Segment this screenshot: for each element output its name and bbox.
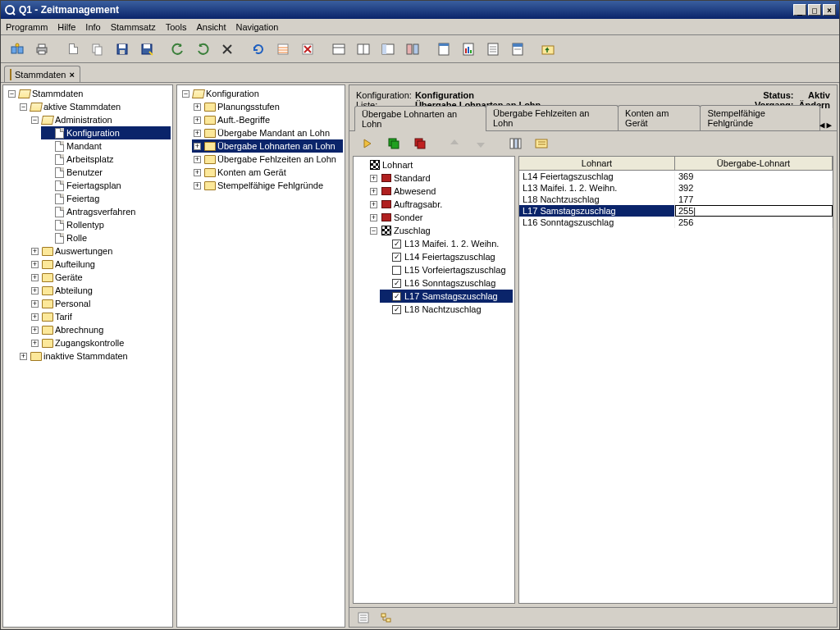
zuschlag-item[interactable]: L13 Maifei. 1. 2. Weihn. [404, 237, 499, 250]
zuschlag-item[interactable]: L17 Samstagszuschlag [404, 290, 498, 303]
tab-konten[interactable]: Konten am Gerät [618, 105, 701, 130]
admin-item[interactable]: Arbeitsplatz [66, 153, 113, 166]
lohnart-tree[interactable]: .Lohnart +Standard+Abwesend+Auftragsabr.… [354, 157, 514, 603]
tab-scroll-left-icon[interactable]: ◀ [819, 120, 825, 130]
tree-folder[interactable]: Zugangskontrolle [55, 336, 124, 349]
toolbar-report2-icon[interactable] [457, 38, 480, 61]
tree-admin[interactable]: Administration [55, 113, 112, 126]
tree-folder[interactable]: Geräte [55, 271, 83, 284]
zuschlag-item[interactable]: L18 Nachtzuschlag [404, 303, 482, 316]
lohn-group[interactable]: Abwesend [394, 185, 436, 198]
admin-item[interactable]: Mandant [66, 139, 102, 153]
toolbar-list-icon[interactable] [272, 38, 294, 61]
config-tree[interactable]: −Konfiguration +Planungsstufen+Auft.-Beg… [177, 85, 345, 627]
lohn-group[interactable]: Sonder [394, 211, 422, 224]
grid-cell-uebergabe[interactable]: 392 [675, 182, 833, 194]
footer-tab-list-icon[interactable] [354, 609, 372, 626]
toolbar-refresh-icon[interactable] [247, 38, 270, 61]
menu-stammsatz[interactable]: Stammsatz [111, 22, 156, 32]
config-item[interactable]: Planungsstufen [217, 100, 280, 113]
zuschlag-item[interactable]: L16 Sonntagszuschlag [404, 276, 495, 290]
toolbar-copy-icon[interactable] [86, 38, 109, 61]
admin-item[interactable]: Rolle [66, 231, 87, 244]
toolbar-view2-icon[interactable] [352, 38, 375, 61]
toolbar-redo-icon[interactable] [191, 38, 214, 61]
grid-col-lohnart[interactable]: Lohnart [519, 157, 675, 170]
document-tab-stammdaten[interactable]: Stammdaten × [4, 66, 80, 82]
grid-col-uebergabe[interactable]: Übergabe-Lohnart [675, 157, 833, 170]
cfg-columns-icon[interactable] [504, 132, 527, 155]
config-item[interactable]: Übergabe Lohnarten an Lohn [217, 139, 336, 153]
grid-cell-lohnart[interactable]: L18 Nachtzuschlag [519, 194, 675, 205]
grid-cell-lohnart[interactable]: L13 Maifei. 1. 2. Weihn. [519, 182, 675, 194]
menu-info[interactable]: Info [85, 22, 100, 32]
admin-item[interactable]: Rollentyp [66, 218, 104, 231]
grid-cell-lohnart[interactable]: L14 Feiertagszuschlag [519, 171, 675, 182]
tree-folder[interactable]: Abrechnung [55, 323, 103, 336]
checkbox-icon[interactable] [392, 266, 401, 275]
cfg-up-icon[interactable] [443, 132, 466, 155]
menu-navigation[interactable]: Navigation [236, 22, 279, 32]
close-button[interactable]: × [823, 4, 836, 16]
menu-hilfe[interactable]: Hilfe [57, 22, 75, 32]
tree-aktive[interactable]: aktive Stammdaten [43, 100, 121, 113]
config-item[interactable]: Übergabe Mandant an Lohn [217, 126, 330, 139]
cfg-stack-red-icon[interactable] [409, 132, 431, 155]
toolbar-view4-icon[interactable] [401, 38, 424, 61]
grid-body[interactable]: L14 Feiertagszuschlag369L13 Maifei. 1. 2… [519, 171, 833, 228]
checkbox-icon[interactable]: ✓ [392, 253, 401, 262]
admin-item[interactable]: Konfiguration [66, 126, 120, 139]
toolbar-saveas-icon[interactable] [135, 38, 158, 61]
grid-cell-uebergabe[interactable]: 369 [675, 171, 833, 182]
tree-folder[interactable]: Auswertungen [55, 244, 112, 258]
nav-tree[interactable]: −Stammdaten −aktive Stammdaten −Administ… [3, 85, 172, 627]
document-tab-close-icon[interactable]: × [69, 70, 74, 80]
cfg-arrow-right-icon[interactable] [356, 132, 379, 155]
grid-cell-lohnart[interactable]: L17 Samstagszuschlag [519, 205, 675, 217]
toolbar-report3-icon[interactable] [482, 38, 504, 61]
lohn-group[interactable]: Standard [394, 171, 431, 185]
config-item[interactable]: Konten am Gerät [217, 166, 286, 179]
tree-folder[interactable]: Aufteilung [55, 258, 95, 271]
tree-root[interactable]: Stammdaten [32, 87, 83, 100]
lohn-group[interactable]: Auftragsabr. [394, 198, 442, 211]
grid-cell-uebergabe[interactable]: 255| [675, 205, 833, 217]
cfg-tree-icon[interactable] [530, 132, 553, 155]
tree-folder[interactable]: Personal [55, 297, 90, 310]
tab-fehlgruende[interactable]: Stempelfähige Fehlgründe [700, 105, 819, 130]
toolbar-new-icon[interactable] [62, 38, 84, 61]
footer-tab-tree-icon[interactable] [377, 609, 395, 626]
toolbar-report4-icon[interactable] [506, 38, 529, 61]
tab-lohnarten[interactable]: Übergabe Lohnarten an Lohn [354, 106, 486, 131]
checkbox-icon[interactable]: ✓ [392, 279, 401, 288]
checkbox-icon[interactable]: ✓ [392, 240, 401, 249]
tree-folder[interactable]: Tarif [55, 310, 72, 323]
toolbar-print-icon[interactable] [30, 38, 53, 61]
toolbar-view3-icon[interactable] [377, 38, 399, 61]
grid-cell-lohnart[interactable]: L16 Sonntagszuschlag [519, 217, 675, 228]
menu-tools[interactable]: Tools [166, 22, 187, 32]
toolbar-report1-icon[interactable] [432, 38, 455, 61]
tab-scroll-right-icon[interactable]: ▶ [826, 120, 832, 130]
tab-fehlzeiten[interactable]: Übergabe Fehlzeiten an Lohn [486, 105, 619, 130]
cfg-down-icon[interactable] [469, 132, 492, 155]
admin-item[interactable]: Benutzer [66, 166, 103, 179]
toolbar-delete-icon[interactable] [216, 38, 239, 61]
toolbar-folder-up-icon[interactable] [537, 38, 560, 61]
config-item[interactable]: Übergabe Fehlzeiten an Lohn [217, 153, 336, 166]
tree-folder[interactable]: Abteilung [55, 284, 93, 297]
minimize-button[interactable]: _ [793, 4, 806, 16]
lohnart-root[interactable]: Lohnart [382, 158, 413, 171]
config-item[interactable]: Stempelfähige Fehlgründe [217, 179, 323, 192]
tree-inaktive[interactable]: inaktive Stammdaten [43, 349, 128, 363]
cfg-stack-green-icon[interactable] [382, 132, 405, 155]
toolbar-remove-icon[interactable] [296, 38, 319, 61]
checkbox-icon[interactable]: ✓ [392, 292, 401, 301]
grid-cell-uebergabe[interactable]: 256 [675, 217, 833, 228]
lohn-zuschlag[interactable]: Zuschlag [394, 224, 431, 237]
zuschlag-item[interactable]: L14 Feiertagszuschlag [404, 250, 495, 263]
admin-item[interactable]: Feiertagsplan [66, 179, 121, 192]
admin-item[interactable]: Feiertag [66, 192, 99, 205]
toolbar-undo-icon[interactable] [167, 38, 189, 61]
toolbar-view1-icon[interactable] [327, 38, 350, 61]
